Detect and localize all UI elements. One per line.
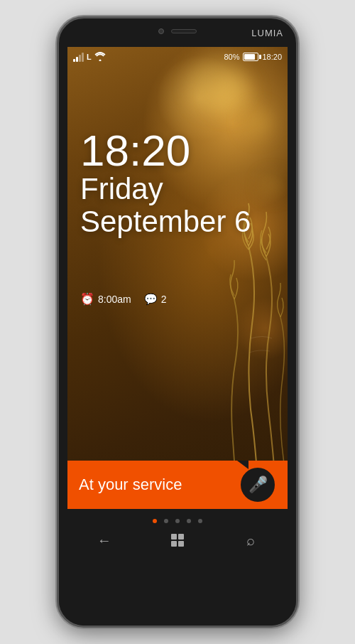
status-right: 80% 18:20 [224, 53, 282, 61]
windows-icon [171, 534, 184, 547]
status-bar: L 80% 18:20 [67, 47, 288, 67]
time-display: 18:20 [80, 129, 251, 173]
camera-icon [158, 28, 164, 34]
cortana-service-text: At your service [79, 476, 182, 494]
bokeh-4 [261, 175, 283, 196]
mic-button[interactable]: 🎤 [239, 466, 276, 503]
status-time: 18:20 [262, 53, 282, 61]
battery-icon [243, 53, 258, 61]
search-icon: ⌕ [246, 532, 255, 549]
speaker-icon [171, 29, 197, 33]
phone-screen: L 80% 18:20 18:20 Friday [67, 47, 288, 559]
main-time-area: 18:20 Friday September 6 [80, 129, 251, 238]
alarm-time: 8:00am [98, 294, 131, 305]
network-label: L [87, 53, 92, 61]
phone-bottom-bezel [59, 559, 296, 626]
camera-speaker-area [158, 28, 197, 34]
alarm-info: ⏰ 8:00am [80, 292, 131, 306]
brand-label: LUMIA [251, 28, 283, 38]
day-display: Friday [80, 173, 251, 205]
battery-fill [244, 54, 254, 60]
message-count: 2 [161, 294, 167, 305]
search-button[interactable]: ⌕ [235, 525, 266, 556]
signal-strength-icon [73, 52, 84, 62]
message-info: 💬 2 [144, 293, 167, 306]
mic-icon: 🎤 [248, 476, 268, 494]
nav-bar: ← ⌕ [67, 522, 288, 559]
info-row: ⏰ 8:00am 💬 2 [80, 292, 167, 306]
message-icon: 💬 [144, 293, 158, 306]
home-button[interactable] [162, 525, 193, 556]
grass-illustration [167, 196, 288, 502]
wifi-icon [94, 51, 106, 63]
date-display: September 6 [80, 205, 251, 238]
cortana-service-bar[interactable]: At your service 🎤 [67, 461, 288, 509]
bottom-section: At your service 🎤 ← [67, 466, 288, 559]
back-button[interactable]: ← [89, 525, 120, 556]
alarm-icon: ⏰ [80, 292, 94, 306]
phone-body: LUMIA [57, 16, 298, 628]
status-left: L [73, 51, 106, 63]
back-icon: ← [97, 532, 111, 549]
battery-percent: 80% [224, 53, 239, 61]
